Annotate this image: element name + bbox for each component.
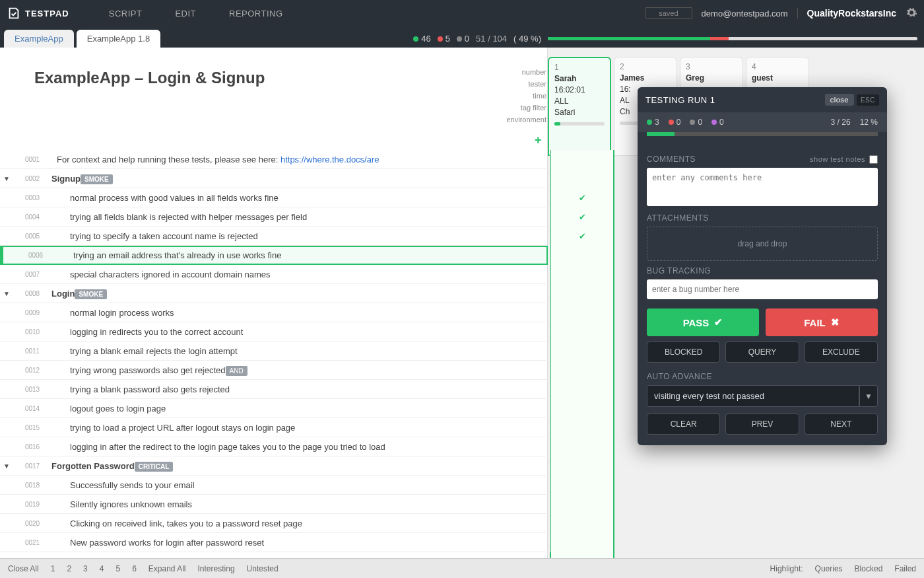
blocked-button[interactable]: BLOCKED [647,342,720,363]
test-row[interactable]: 0006trying an email address that's alrea… [0,246,548,265]
test-row[interactable]: 0011trying a blank email rejects the log… [0,342,548,361]
bug-input[interactable] [647,279,878,299]
nav-edit[interactable]: EDIT [175,9,196,18]
test-row[interactable]: 0012trying wrong passwords also get reje… [0,361,548,380]
test-row[interactable]: 0019Silently ignores unknown emails [0,495,548,514]
result-cell[interactable]: ✔ [550,207,614,227]
add-run-button[interactable]: + [535,133,542,147]
tab-exampleapp[interactable]: ExampleApp [4,30,74,48]
test-row[interactable]: 0001For context and help running these t… [0,150,548,169]
clear-button[interactable]: CLEAR [647,414,720,435]
result-cell[interactable] [550,361,614,380]
show-notes-checkbox[interactable] [869,155,878,164]
exclude-button[interactable]: EXCLUDE [805,342,878,363]
tab-exampleapp-18[interactable]: ExampleApp 1.8 [77,30,160,48]
footer-queries[interactable]: Queries [815,564,843,573]
result-cell[interactable] [550,265,614,284]
test-row[interactable]: ▼0002SignupSMOKE [0,169,548,188]
close-button[interactable]: close [825,94,854,106]
result-cell[interactable]: ✔ [550,188,614,207]
test-row[interactable]: ▼0017Forgotten PasswordCRITICAL [0,456,548,476]
fail-button[interactable]: FAIL✖ [766,308,878,336]
query-button[interactable]: QUERY [725,342,799,363]
next-button[interactable]: NEXT [805,414,878,435]
gear-icon[interactable] [906,7,917,20]
testing-run-panel: TESTING RUN 1 close ESC 3 0 0 0 3 / 26 1… [638,87,887,445]
test-row[interactable]: 0004trying all fields blank is rejected … [0,207,548,227]
nav-script[interactable]: SCRIPT [109,9,143,18]
overall-progress-bar [548,37,917,40]
result-cell[interactable] [550,380,614,399]
panel-percent: 12 % [860,118,878,127]
test-row[interactable]: 0016logging in after the redirect to the… [0,437,548,456]
show-test-notes[interactable]: show test notes [810,155,865,163]
chevron-down-icon: ▼ [859,385,878,407]
footer-close-all[interactable]: Close All [8,564,39,573]
auto-advance-dropdown[interactable]: visiting every test not passed ▼ [647,385,878,407]
test-row[interactable]: 0007special characters ignored in accoun… [0,265,548,284]
check-icon: ✔ [714,316,723,328]
test-row[interactable]: 0013trying a blank password also gets re… [0,380,548,399]
footer-interesting[interactable]: Interesting [198,564,235,573]
result-cell[interactable] [550,342,614,361]
footer-5[interactable]: 5 [116,564,120,573]
stat-fail: 5 [446,34,450,44]
footer-untested[interactable]: Untested [247,564,279,573]
saved-badge: saved [645,7,692,19]
footer-highlight-label: Highlight: [770,564,803,573]
esc-badge: ESC [857,94,879,106]
test-row[interactable]: 0014logout goes to login page [0,399,548,418]
result-cell[interactable] [550,476,614,495]
run-header-labels: number tester time tag filter environmen… [495,66,546,126]
result-cell[interactable] [550,514,614,533]
help-link[interactable]: https://where.the.docs/are [280,155,380,164]
test-row[interactable]: 0020Clicking on received link, takes you… [0,514,548,533]
footer-failed[interactable]: Failed [894,564,916,573]
comments-input[interactable] [647,168,878,206]
user-email[interactable]: demo@ontestpad.com [702,9,788,18]
result-cell[interactable] [550,322,614,342]
result-cell[interactable] [550,456,614,476]
test-row[interactable]: 0010logging in redirects you to the corr… [0,322,548,342]
stat-pass: 46 [421,34,430,44]
test-row[interactable]: 0009normal login process works [0,303,548,322]
test-row[interactable]: 0015trying to load a project URL after l… [0,418,548,437]
pass-button[interactable]: PASS✔ [647,308,759,336]
result-cell[interactable] [550,169,614,188]
result-cell[interactable] [550,246,614,265]
footer-4[interactable]: 4 [100,564,104,573]
logo-icon [7,6,21,20]
logo[interactable]: TESTPAD [7,6,69,20]
result-cell[interactable] [550,495,614,514]
test-row[interactable]: 0018Successfully sends to your email [0,476,548,495]
result-cell[interactable]: ✔ [550,227,614,246]
footer-blocked[interactable]: Blocked [855,564,883,573]
test-row[interactable]: 0005trying to specify a taken account na… [0,227,548,246]
result-cell[interactable] [550,284,614,303]
prev-button[interactable]: PREV [725,414,799,435]
test-row[interactable]: ▼0008LoginSMOKE [0,284,548,303]
footer-2[interactable]: 2 [67,564,71,573]
run-column-1[interactable]: 1Sarah16:02:01ALLSafari [548,57,611,156]
panel-title: TESTING RUN 1 [645,95,825,105]
test-row[interactable]: 0021New password works for login after p… [0,533,548,552]
footer-6[interactable]: 6 [132,564,137,573]
stat-other: 0 [465,34,469,44]
footer-1[interactable]: 1 [51,564,55,573]
nav-reporting[interactable]: REPORTING [229,9,283,18]
script-title: ExampleApp – Login & Signup [0,48,547,100]
result-cell[interactable] [550,150,614,169]
panel-fraction: 3 / 26 [831,118,851,127]
result-cell[interactable] [550,418,614,437]
footer-expand-all[interactable]: Expand All [148,564,186,573]
result-cell[interactable] [550,399,614,418]
result-cell[interactable] [550,533,614,552]
attachment-dropzone[interactable]: drag and drop [647,227,878,261]
footer-3[interactable]: 3 [83,564,88,573]
result-cell[interactable] [550,437,614,456]
logo-text: TESTPAD [25,9,69,18]
test-row[interactable]: 0003normal process with good values in a… [0,188,548,207]
org-name[interactable]: QualityRockstarsInc [797,8,896,18]
stat-fraction: 51 / 104 [476,34,507,44]
result-cell[interactable] [550,303,614,322]
